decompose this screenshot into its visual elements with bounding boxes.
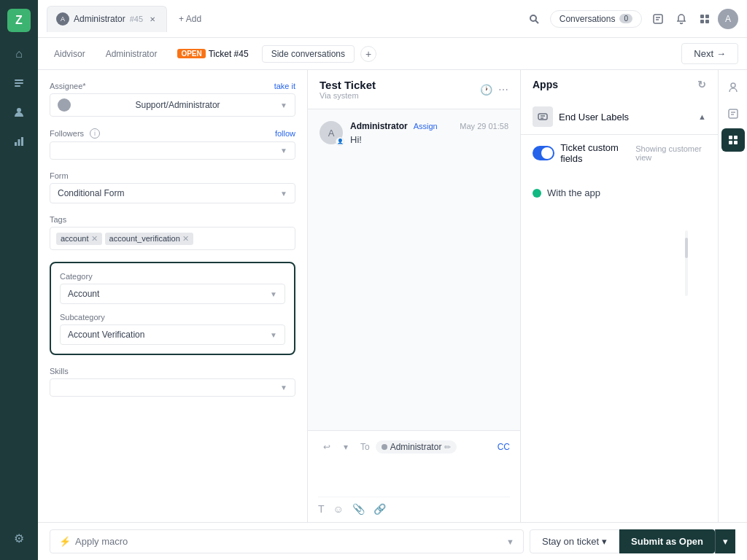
category-box: Category Account ▼ Subcategory Account V… [50, 262, 295, 355]
svg-rect-9 [654, 15, 662, 23]
reply-input[interactable] [318, 462, 510, 491]
svg-rect-4 [15, 142, 17, 146]
follow-link[interactable]: follow [275, 129, 295, 138]
reply-cc-label[interactable]: CC [498, 442, 510, 452]
take-it-link[interactable]: take it [274, 82, 295, 90]
apply-macro-label: Apply macro [75, 536, 128, 547]
svg-rect-15 [705, 20, 709, 23]
next-button[interactable]: Next → [681, 43, 738, 64]
stay-on-ticket-button[interactable]: Stay on ticket ▾ [530, 529, 619, 553]
message-avatar: A 👤 [320, 121, 343, 144]
end-user-labels-section: End User Labels ▲ [521, 99, 718, 135]
showing-customer-view-label[interactable]: Showing customer view [635, 144, 706, 162]
svg-rect-14 [700, 20, 704, 23]
tags-field: Tags account ✕ account_verification ✕ [50, 215, 295, 250]
svg-rect-25 [729, 141, 732, 144]
add-tab-button[interactable]: + [360, 46, 376, 62]
emoji-icon[interactable]: ☺ [333, 503, 344, 515]
open-badge: OPEN [177, 49, 205, 58]
svg-line-8 [535, 20, 538, 23]
left-sidebar: Z ⌂ ⚙ [0, 0, 38, 560]
message-time: May 29 01:58 [460, 122, 508, 131]
followers-select[interactable]: ▼ [50, 141, 295, 160]
svg-rect-26 [734, 141, 738, 144]
ticket-wrapper: Aidvisor Administrator OPEN Ticket #45 S… [38, 38, 747, 560]
link-icon[interactable]: 🔗 [374, 503, 386, 515]
panels: Assignee* take it Support/Administrator … [38, 70, 747, 522]
left-panel: Assignee* take it Support/Administrator … [38, 70, 308, 522]
assignee-chevron-icon: ▼ [280, 101, 287, 109]
tags-input[interactable]: account ✕ account_verification ✕ [50, 227, 295, 250]
category-select[interactable]: Account ▼ [60, 284, 285, 304]
macro-icon: ⚡ [59, 536, 71, 547]
grid-icon[interactable] [694, 9, 715, 29]
tab-ticket-45[interactable]: OPEN Ticket #45 [170, 46, 255, 62]
apply-macro-button[interactable]: ⚡ Apply macro ▼ [50, 529, 524, 553]
submit-dropdown-button[interactable]: ▾ [715, 529, 735, 553]
tags-label: Tags [50, 215, 66, 224]
right-user-icon[interactable] [721, 76, 745, 99]
apply-macro-chevron-icon: ▼ [506, 537, 514, 546]
settings-icon[interactable]: ⚙ [6, 525, 32, 551]
assign-link[interactable]: Assign [414, 122, 438, 131]
tab-add[interactable]: + Add [173, 11, 207, 27]
subcategory-select[interactable]: Account Verification ▼ [60, 324, 285, 345]
subcategory-label: Subcategory [60, 313, 105, 322]
text-format-icon[interactable]: T [318, 503, 325, 515]
category-chevron-icon: ▼ [270, 290, 277, 298]
svg-point-7 [530, 15, 536, 21]
form-select[interactable]: Conditional Form ▼ [50, 183, 295, 203]
tab-close-icon[interactable]: ✕ [147, 14, 158, 24]
skills-label: Skills [50, 367, 69, 376]
tickets-icon[interactable] [6, 70, 32, 96]
message-body: Hi! [350, 134, 508, 145]
assignee-avatar-icon [58, 98, 71, 112]
ticket-title: Test Ticket [320, 79, 376, 91]
tab-aidvisor[interactable]: Aidvisor [47, 46, 93, 62]
submit-group: Stay on ticket ▾ Submit as Open ▾ [530, 529, 735, 553]
user-avatar-button[interactable]: A [718, 9, 738, 29]
message-avatar-badge: 👤 [336, 137, 344, 146]
home-icon[interactable]: ⌂ [6, 41, 32, 67]
conversations-button[interactable]: Conversations 0 [550, 10, 642, 28]
bottom-bar: ⚡ Apply macro ▼ Stay on ticket ▾ Submit … [38, 522, 747, 560]
ticket-custom-fields-section: Ticket custom fields Showing customer vi… [521, 135, 718, 176]
reply-edit-icon[interactable]: ✏ [444, 443, 451, 452]
reports-icon[interactable] [6, 128, 32, 155]
admin-avatar: A [56, 12, 69, 26]
bell-icon[interactable] [671, 9, 692, 29]
submit-button[interactable]: Submit as Open [619, 529, 715, 553]
tag-account-remove[interactable]: ✕ [91, 234, 98, 244]
history-icon[interactable]: 🕐 [480, 84, 492, 96]
end-user-labels-chevron-icon[interactable]: ▲ [698, 112, 706, 121]
search-icon[interactable] [524, 9, 544, 29]
more-menu-icon[interactable]: ⋯ [498, 84, 508, 96]
skills-select[interactable]: ▼ [50, 378, 295, 397]
right-notes-icon[interactable] [721, 102, 745, 125]
stay-on-ticket-label: Stay on ticket [542, 536, 599, 547]
assignee-select[interactable]: Support/Administrator ▼ [50, 93, 295, 117]
right-panel-scrollbar[interactable] [684, 230, 689, 296]
topbar: A Administrator #45 ✕ + Add Conversation… [38, 0, 747, 38]
tag-account-verification-remove[interactable]: ✕ [182, 234, 189, 244]
reply-back-icon[interactable]: ↩ [318, 438, 336, 456]
svg-rect-1 [15, 82, 23, 84]
ticket-custom-fields-toggle[interactable] [533, 146, 554, 160]
attachment-icon[interactable]: 📎 [352, 503, 365, 515]
logo: Z [7, 9, 31, 32]
compose-icon[interactable] [648, 9, 668, 29]
tab-admin[interactable]: A Administrator #45 ✕ [47, 6, 167, 32]
reply-nav: ↩ ▾ [318, 438, 355, 456]
right-apps-icon[interactable] [721, 128, 745, 152]
form-value: Conditional Form [58, 188, 124, 198]
reply-down-icon[interactable]: ▾ [337, 438, 355, 456]
reply-to-name: Administrator [390, 442, 442, 452]
refresh-icon[interactable]: ↻ [697, 79, 706, 90]
tab-administrator[interactable]: Administrator [98, 46, 165, 62]
add-tab-label: + Add [179, 14, 201, 24]
side-conversations-tab[interactable]: Side conversations [262, 45, 355, 63]
reply-to-value: Administrator ✏ [376, 440, 457, 454]
category-value: Account [68, 289, 99, 299]
users-icon[interactable] [6, 99, 32, 125]
message-item: A 👤 Administrator Assign May 29 01:58 Hi… [320, 121, 508, 145]
